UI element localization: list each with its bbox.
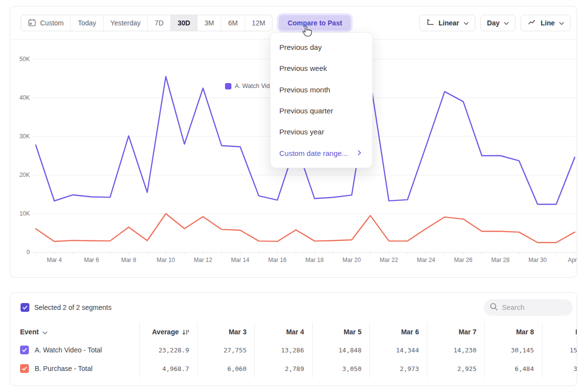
date-range-label: 7D bbox=[155, 19, 163, 27]
date-range-label: 30D bbox=[178, 19, 190, 27]
segments-header: Selected 2 of 2 segments bbox=[10, 293, 577, 322]
menu-item-previous-year[interactable]: Previous year bbox=[271, 121, 372, 142]
average-value: 4,968.7 bbox=[139, 359, 197, 378]
table-cell-value: 14,848 bbox=[312, 341, 370, 359]
date-range-30d[interactable]: 30D bbox=[170, 15, 197, 31]
table-cell-value: 3,050 bbox=[312, 359, 370, 378]
svg-text:Mar 8: Mar 8 bbox=[121, 257, 136, 263]
row-checkbox[interactable] bbox=[20, 364, 29, 373]
svg-text:Apr 1: Apr 1 bbox=[568, 257, 577, 263]
menu-item-previous-week[interactable]: Previous week bbox=[271, 58, 372, 79]
date-range-custom[interactable]: Custom bbox=[21, 15, 70, 31]
table-cell-value: 15, bbox=[542, 341, 578, 359]
column-header-date[interactable]: Mar 4 bbox=[254, 322, 312, 342]
table-cell-value: 2,973 bbox=[369, 359, 427, 378]
calendar-icon bbox=[28, 19, 36, 27]
date-range-7d[interactable]: 7D bbox=[147, 15, 170, 31]
chevron-down-icon bbox=[464, 22, 469, 25]
event-header-label: Event bbox=[20, 328, 39, 336]
date-range-label: Custom bbox=[40, 19, 64, 27]
selected-segments-label: Selected 2 of 2 segments bbox=[34, 304, 112, 311]
table-row-label: B. Purchase - Total bbox=[20, 359, 139, 378]
table-cell-value: 3, bbox=[542, 359, 578, 378]
svg-text:40K: 40K bbox=[20, 94, 30, 101]
search-box[interactable] bbox=[484, 299, 573, 316]
svg-text:Mar 14: Mar 14 bbox=[231, 257, 249, 263]
svg-text:Mar 4: Mar 4 bbox=[47, 257, 62, 263]
date-range-3m[interactable]: 3M bbox=[197, 15, 221, 31]
toolbar-right: Linear Day Line bbox=[419, 15, 571, 31]
column-header-date[interactable]: Mar 8 bbox=[484, 322, 542, 342]
chevron-down-icon bbox=[43, 331, 47, 334]
row-checkbox[interactable] bbox=[20, 346, 29, 354]
chevron-down-icon bbox=[559, 22, 564, 25]
menu-item-custom-date-range[interactable]: Custom date range... bbox=[271, 142, 372, 163]
svg-text:50K: 50K bbox=[20, 56, 30, 63]
table-cell-value: 6,060 bbox=[197, 359, 255, 378]
date-range-label: 12M bbox=[252, 19, 265, 27]
date-range-label: Yesterday bbox=[111, 19, 141, 27]
table-cell-value: 14,230 bbox=[427, 341, 485, 359]
svg-text:Mar 24: Mar 24 bbox=[417, 257, 435, 263]
table-cell-value: 13,286 bbox=[254, 341, 312, 359]
linear-scale-icon bbox=[426, 18, 434, 27]
svg-text:10K: 10K bbox=[20, 210, 30, 217]
table-cell-value: 30,145 bbox=[484, 341, 542, 359]
table-cell-value: 14,344 bbox=[369, 341, 427, 359]
svg-text:0: 0 bbox=[26, 249, 30, 256]
chart-legend[interactable]: A. Watch Video bbox=[225, 83, 276, 89]
svg-text:30K: 30K bbox=[20, 133, 30, 140]
date-range-today[interactable]: Today bbox=[70, 15, 103, 31]
select-all-checkbox[interactable] bbox=[21, 303, 29, 312]
column-header-date[interactable]: M bbox=[542, 322, 578, 342]
table-cell-value: 2,789 bbox=[254, 359, 312, 378]
segments-card: Selected 2 of 2 segments EventAverageMar… bbox=[10, 292, 577, 386]
chart-type-dropdown[interactable]: Line bbox=[520, 15, 571, 31]
svg-text:20K: 20K bbox=[20, 172, 30, 178]
chart-type-label: Line bbox=[541, 19, 555, 27]
average-value: 23,228.9 bbox=[139, 341, 197, 359]
column-header-date[interactable]: Mar 3 bbox=[197, 322, 255, 342]
svg-text:Mar 18: Mar 18 bbox=[305, 257, 324, 263]
svg-text:Mar 26: Mar 26 bbox=[454, 257, 473, 263]
segment-name: B. Purchase - Total bbox=[35, 365, 92, 372]
sort-descending-icon bbox=[182, 329, 189, 336]
svg-text:Mar 6: Mar 6 bbox=[84, 257, 99, 263]
svg-text:Mar 16: Mar 16 bbox=[268, 257, 287, 263]
date-range-6m[interactable]: 6M bbox=[221, 15, 244, 31]
granularity-dropdown[interactable]: Day bbox=[480, 15, 516, 31]
svg-text:Mar 12: Mar 12 bbox=[194, 257, 212, 263]
date-range-label: 3M bbox=[204, 19, 214, 27]
column-header-date[interactable]: Mar 7 bbox=[427, 322, 485, 342]
menu-item-previous-month[interactable]: Previous month bbox=[271, 79, 372, 100]
compare-to-past-menu: Previous dayPrevious weekPrevious monthP… bbox=[270, 32, 373, 168]
column-header-date[interactable]: Mar 5 bbox=[312, 322, 370, 342]
average-header-label: Average bbox=[152, 328, 179, 336]
date-range-label: Today bbox=[78, 19, 96, 27]
scale-label: Linear bbox=[439, 19, 459, 27]
menu-item-previous-day[interactable]: Previous day bbox=[271, 37, 372, 58]
date-range-label: 6M bbox=[228, 19, 237, 27]
table-row-label: A. Watch Video - Total bbox=[20, 341, 139, 359]
svg-text:Mar 28: Mar 28 bbox=[491, 257, 510, 263]
svg-text:Mar 30: Mar 30 bbox=[528, 257, 547, 263]
menu-item-previous-quarter[interactable]: Previous quarter bbox=[271, 100, 372, 121]
svg-text:Mar 20: Mar 20 bbox=[342, 257, 361, 263]
svg-text:Mar 22: Mar 22 bbox=[380, 257, 398, 263]
scale-dropdown[interactable]: Linear bbox=[419, 15, 475, 31]
search-icon bbox=[490, 303, 498, 313]
date-range-yesterday[interactable]: Yesterday bbox=[103, 15, 148, 31]
table-cell-value: 27,755 bbox=[197, 341, 255, 359]
date-range-control: CustomTodayYesterday7D30D3M6M12M bbox=[21, 15, 272, 31]
chevron-right-icon bbox=[358, 149, 361, 157]
compare-to-past-button[interactable]: Compare to Past bbox=[279, 15, 351, 30]
svg-text:Mar 10: Mar 10 bbox=[157, 257, 175, 263]
search-input[interactable] bbox=[502, 304, 561, 311]
table-cell-value: 6,484 bbox=[484, 359, 542, 378]
column-header-event[interactable]: Event bbox=[20, 322, 139, 342]
date-range-12m[interactable]: 12M bbox=[245, 15, 272, 31]
legend-swatch bbox=[225, 83, 231, 89]
column-header-date[interactable]: Mar 6 bbox=[369, 322, 427, 342]
column-header-average[interactable]: Average bbox=[139, 322, 197, 342]
segment-name: A. Watch Video - Total bbox=[35, 346, 102, 354]
